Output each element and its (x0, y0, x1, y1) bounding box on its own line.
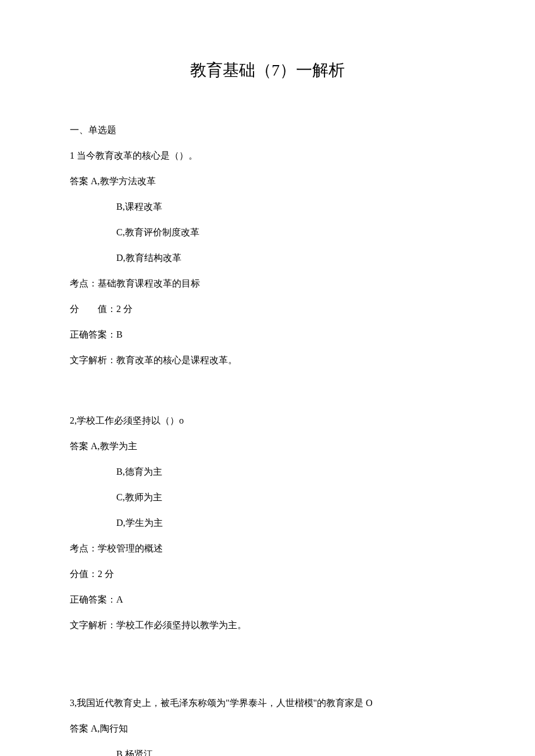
q2-option-b: B,德育为主 (70, 465, 465, 479)
q2-stem: 2,学校工作必须坚持以（）o (70, 414, 465, 428)
q2-correct: 正确答案：A (70, 593, 465, 607)
q1-point: 考点：基础教育课程改革的目标 (70, 277, 465, 291)
document-page: 教育基础（7）一解析 一、单选题 1 当今教育改革的核心是（）。 答案 A,教学… (0, 0, 535, 756)
q1-option-d: D,教育结构改革 (70, 251, 465, 265)
q3-option-b: B,杨贤江 (70, 747, 465, 756)
spacer (70, 379, 465, 414)
q1-score: 分 值：2 分 (70, 302, 465, 316)
q1-option-a: 答案 A,教学方法改革 (70, 174, 465, 188)
q1-stem: 1 当今教育改革的核心是（）。 (70, 149, 465, 163)
q1-option-c: C,教育评价制度改革 (70, 225, 465, 239)
page-title: 教育基础（7）一解析 (70, 58, 465, 83)
section-header: 一、单选题 (70, 123, 465, 137)
q3-stem: 3,我国近代教育史上，被毛泽东称颂为"学界泰斗，人世楷模"的教育家是 O (70, 696, 465, 710)
q2-explain: 文字解析：学校工作必须坚持以教学为主。 (70, 618, 465, 632)
q1-option-b: B,课程改革 (70, 200, 465, 214)
q1-correct: 正确答案：B (70, 328, 465, 342)
q3-option-a: 答案 A,陶行知 (70, 722, 465, 736)
q2-point: 考点：学校管理的概述 (70, 542, 465, 556)
spacer (70, 644, 465, 696)
q2-option-d: D,学生为主 (70, 516, 465, 530)
q2-score: 分值：2 分 (70, 567, 465, 581)
q1-explain: 文字解析：教育改革的核心是课程改革。 (70, 353, 465, 367)
q2-option-a: 答案 A,教学为主 (70, 439, 465, 453)
q2-option-c: C,教师为主 (70, 490, 465, 504)
